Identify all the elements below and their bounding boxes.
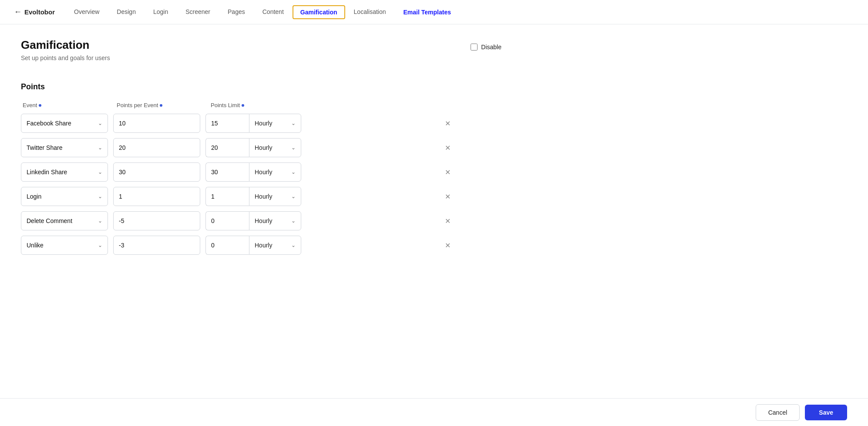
event-select-row1[interactable]: Facebook Share ⌄	[21, 114, 108, 133]
limit-period-chevron-row3: ⌄	[291, 169, 296, 175]
event-select-row5[interactable]: Delete Comment ⌄	[21, 211, 108, 230]
col-header-points-limit: Points Limit	[211, 102, 501, 108]
limit-value-row4[interactable]: 1	[205, 187, 249, 206]
limit-period-chevron-row1: ⌄	[291, 120, 296, 126]
points-per-event-row5[interactable]: -5	[113, 211, 200, 230]
table-row: Delete Comment ⌄ -5 0 Hourly ⌄ ✕	[21, 211, 501, 230]
event-select-row4[interactable]: Login ⌄	[21, 187, 108, 206]
event-select-text-row4: Login	[27, 193, 41, 200]
limit-period-chevron-row6: ⌄	[291, 242, 296, 248]
remove-row5-button[interactable]: ✕	[413, 215, 482, 227]
limit-period-chevron-row2: ⌄	[291, 145, 296, 151]
remove-row3-button[interactable]: ✕	[413, 166, 482, 178]
disable-section: Disable	[471, 44, 501, 51]
limit-value-row2[interactable]: 20	[205, 138, 249, 157]
nav-item-pages[interactable]: Pages	[219, 0, 254, 24]
event-chevron-row6: ⌄	[98, 242, 102, 248]
limit-value-row5[interactable]: 0	[205, 211, 249, 230]
points-per-event-row3[interactable]: 30	[113, 162, 200, 182]
event-select-text-row6: Unlike	[27, 242, 44, 249]
event-select-text-row3: Linkedin Share	[27, 169, 67, 176]
table-row: Linkedin Share ⌄ 30 30 Hourly ⌄ ✕	[21, 162, 501, 182]
points-per-event-row1[interactable]: 10	[113, 114, 200, 133]
nav-item-login[interactable]: Login	[145, 0, 177, 24]
event-chevron-row4: ⌄	[98, 193, 102, 199]
limit-period-text-row5: Hourly	[255, 217, 272, 224]
limit-period-select-row6[interactable]: Hourly ⌄	[249, 236, 301, 255]
points-per-event-dot	[160, 104, 162, 107]
page-title: Gamification	[21, 38, 110, 52]
nav-item-overview[interactable]: Overview	[65, 0, 108, 24]
event-chevron-row3: ⌄	[98, 169, 102, 175]
points-section: Points Event Points per Event Points Lim…	[21, 82, 501, 255]
limit-period-text-row4: Hourly	[255, 193, 272, 200]
nav-items: Overview Design Login Screener Pages Con…	[65, 0, 854, 24]
table-row: Unlike ⌄ -3 0 Hourly ⌄ ✕	[21, 236, 501, 255]
remove-row2-button[interactable]: ✕	[413, 142, 482, 154]
limit-period-text-row3: Hourly	[255, 169, 272, 176]
points-per-event-row2[interactable]: 20	[113, 138, 200, 157]
page-subtitle: Set up points and goals for users	[21, 54, 110, 61]
top-nav: ← Evoltobor Overview Design Login Screen…	[0, 0, 868, 24]
event-select-text-row5: Delete Comment	[27, 217, 72, 224]
remove-row1-button[interactable]: ✕	[413, 118, 482, 129]
event-select-row2[interactable]: Twitter Share ⌄	[21, 138, 108, 157]
limit-value-row6[interactable]: 0	[205, 236, 249, 255]
nav-item-localisation[interactable]: Localisation	[345, 0, 395, 24]
nav-item-content[interactable]: Content	[254, 0, 293, 24]
limit-value-row1[interactable]: 15	[205, 114, 249, 133]
points-limit-dot	[242, 104, 244, 107]
page-title-section: Gamification Set up points and goals for…	[21, 38, 110, 75]
event-chevron-row1: ⌄	[98, 120, 102, 126]
event-chevron-row5: ⌄	[98, 218, 102, 224]
limit-period-chevron-row4: ⌄	[291, 193, 296, 199]
limit-period-text-row6: Hourly	[255, 242, 272, 249]
limit-group-row4: 1 Hourly ⌄	[205, 187, 407, 206]
event-select-row6[interactable]: Unlike ⌄	[21, 236, 108, 255]
event-select-text-row1: Facebook Share	[27, 120, 71, 127]
table-row: Login ⌄ 1 1 Hourly ⌄ ✕	[21, 187, 501, 206]
limit-value-row3[interactable]: 30	[205, 162, 249, 182]
limit-group-row3: 30 Hourly ⌄	[205, 162, 407, 182]
nav-back-link[interactable]: ← Evoltobor	[14, 7, 55, 17]
limit-group-row6: 0 Hourly ⌄	[205, 236, 407, 255]
nav-item-gamification[interactable]: Gamification	[293, 5, 345, 19]
disable-checkbox[interactable]	[471, 44, 478, 51]
limit-period-select-row2[interactable]: Hourly ⌄	[249, 138, 301, 157]
remove-row6-button[interactable]: ✕	[413, 240, 482, 251]
limit-period-select-row4[interactable]: Hourly ⌄	[249, 187, 301, 206]
limit-period-select-row1[interactable]: Hourly ⌄	[249, 114, 301, 133]
col-header-event: Event	[23, 102, 110, 108]
column-headers: Event Points per Event Points Limit	[21, 102, 501, 108]
event-select-row3[interactable]: Linkedin Share ⌄	[21, 162, 108, 182]
table-row: Facebook Share ⌄ 10 15 Hourly ⌄ ✕	[21, 114, 501, 133]
limit-group-row1: 15 Hourly ⌄	[205, 114, 407, 133]
points-per-event-row6[interactable]: -3	[113, 236, 200, 255]
limit-group-row5: 0 Hourly ⌄	[205, 211, 407, 230]
limit-period-select-row5[interactable]: Hourly ⌄	[249, 211, 301, 230]
points-section-title: Points	[21, 82, 501, 91]
app-name: Evoltobor	[24, 8, 55, 16]
back-arrow-icon: ←	[14, 7, 22, 17]
col-header-points-per-event: Points per Event	[117, 102, 204, 108]
page-header: Gamification Set up points and goals for…	[21, 38, 501, 75]
nav-item-screener[interactable]: Screener	[177, 0, 219, 24]
limit-period-select-row3[interactable]: Hourly ⌄	[249, 162, 301, 182]
main-content: Gamification Set up points and goals for…	[0, 24, 522, 274]
event-dot	[39, 104, 41, 107]
limit-group-row2: 20 Hourly ⌄	[205, 138, 407, 157]
limit-period-text-row2: Hourly	[255, 144, 272, 151]
remove-row4-button[interactable]: ✕	[413, 191, 482, 203]
limit-period-text-row1: Hourly	[255, 120, 272, 127]
event-chevron-row2: ⌄	[98, 145, 102, 151]
table-row: Twitter Share ⌄ 20 20 Hourly ⌄ ✕	[21, 138, 501, 157]
nav-item-email-templates[interactable]: Email Templates	[395, 0, 460, 24]
points-per-event-row4[interactable]: 1	[113, 187, 200, 206]
limit-period-chevron-row5: ⌄	[291, 218, 296, 224]
event-select-text-row2: Twitter Share	[27, 144, 62, 151]
disable-label[interactable]: Disable	[481, 44, 501, 51]
nav-item-design[interactable]: Design	[108, 0, 145, 24]
